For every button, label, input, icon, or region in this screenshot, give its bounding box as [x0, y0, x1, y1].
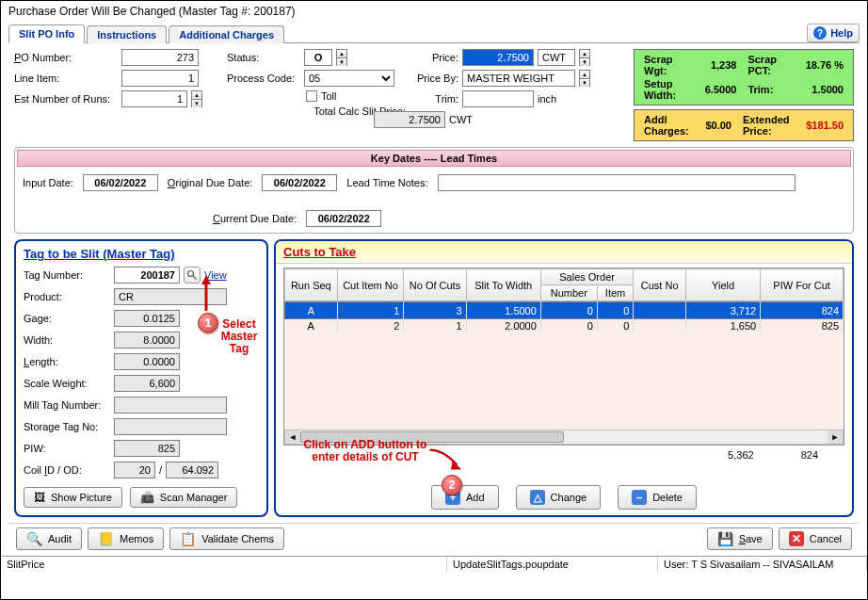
product-label: Product: — [24, 291, 110, 302]
col-salesorder[interactable]: Sales Order — [540, 269, 633, 285]
scroll-right-arrow[interactable]: ► — [828, 430, 843, 444]
tab-bar: Slit PO Info Instructions Additional Cha… — [8, 24, 860, 43]
price-by-spinner[interactable]: ▲▼ — [579, 70, 590, 87]
annotation-arrow-2 — [428, 446, 466, 476]
master-tag-title: Tag to be Slit (Master Tag) — [24, 247, 259, 261]
memos-label: Memos — [120, 533, 153, 544]
cuts-grid[interactable]: Run Seq Cut Item No No Of Cuts Slit To W… — [283, 268, 844, 446]
status-input[interactable] — [304, 49, 332, 66]
annotation-text-1: Select Master Tag — [216, 318, 263, 355]
change-button[interactable]: △Change — [516, 485, 602, 510]
cuts-panel: Cuts to Take Run Seq Cut Item No No Of C… — [274, 239, 854, 517]
col-cutitem[interactable]: Cut Item No — [337, 269, 404, 301]
status-left: SlitPrice — [1, 557, 447, 572]
length-value — [114, 353, 180, 370]
help-button[interactable]: ? Help — [807, 24, 860, 42]
save-button[interactable]: Save — [707, 527, 773, 550]
cell — [634, 319, 686, 333]
cell: 0 — [540, 302, 597, 319]
gage-value — [114, 310, 180, 327]
piw-label: PIW: — [24, 443, 110, 454]
price-unit-spinner[interactable]: ▲▼ — [579, 49, 590, 66]
line-item-input[interactable] — [121, 70, 199, 87]
col-piw[interactable]: PIW For Cut — [761, 269, 844, 301]
lead-notes-input[interactable] — [438, 174, 796, 191]
tab-instructions[interactable]: Instructions — [87, 25, 167, 43]
master-tag-panel: Tag to be Slit (Master Tag) Tag Number: … — [14, 239, 268, 517]
cell: 0 — [597, 302, 634, 319]
col-custno[interactable]: Cust No — [634, 269, 686, 301]
audit-icon — [26, 531, 42, 546]
save-label: Save — [739, 533, 763, 544]
cell: A — [285, 319, 338, 333]
tab-additional-charges[interactable]: Additional Charges — [169, 25, 284, 43]
addl-charges-value: $0.00 — [705, 120, 731, 131]
memos-button[interactable]: Memos — [88, 527, 164, 550]
est-runs-label: Est Number of Runs: — [14, 93, 118, 105]
col-noofcuts[interactable]: No Of Cuts — [404, 269, 466, 301]
audit-button[interactable]: Audit — [16, 527, 82, 550]
totals-yield: 5,362 — [728, 449, 754, 461]
picture-icon — [34, 491, 45, 504]
coil-id-value — [114, 462, 155, 478]
mill-tag-value — [114, 397, 227, 414]
est-runs-input[interactable] — [121, 90, 187, 107]
show-picture-button[interactable]: Show Picture — [24, 487, 122, 508]
delete-label: Delete — [652, 492, 683, 503]
price-label: Price: — [411, 52, 458, 63]
po-number-input[interactable] — [121, 49, 199, 66]
change-label: Change — [551, 492, 587, 503]
trim-input[interactable] — [462, 90, 534, 107]
storage-tag-label: Storage Tag No: — [24, 421, 110, 432]
lead-notes-label: Lead Time Notes: — [346, 177, 427, 188]
orig-due-date[interactable] — [262, 174, 337, 191]
col-slitwidth[interactable]: Slit To Width — [466, 269, 540, 301]
coil-sep: / — [159, 464, 162, 476]
process-code-label: Process Code: — [227, 73, 300, 84]
svg-point-0 — [188, 271, 194, 277]
width-value — [114, 332, 180, 349]
memo-icon — [98, 531, 114, 546]
svg-marker-3 — [201, 275, 211, 284]
est-runs-spinner[interactable]: ▲▼ — [191, 90, 202, 107]
change-icon: △ — [530, 490, 545, 505]
window-title: Purchase Order Will Be Changed (Master T… — [1, 1, 867, 22]
col-so-number[interactable]: Number — [540, 285, 597, 301]
show-picture-label: Show Picture — [51, 492, 112, 503]
cell: 0 — [540, 319, 597, 333]
col-runseq[interactable]: Run Seq — [285, 269, 338, 301]
tab-slit-po[interactable]: Slit PO Info — [8, 24, 85, 43]
table-row[interactable]: A 2 1 2.0000 0 0 1,650 825 — [285, 319, 844, 333]
scrap-pct-value: 18.76 % — [806, 59, 844, 71]
cuts-title: Cuts to Take — [283, 245, 356, 259]
cell: 1,650 — [685, 319, 760, 333]
price-unit-input[interactable] — [538, 49, 575, 66]
toll-checkbox[interactable] — [306, 90, 317, 102]
scan-icon — [140, 491, 154, 504]
cancel-button[interactable]: ✕Cancel — [779, 527, 852, 550]
po-number-label: PO Number: — [14, 52, 118, 63]
input-date[interactable] — [83, 174, 158, 191]
process-code-select[interactable]: 05 — [304, 70, 394, 87]
chem-icon — [180, 531, 196, 546]
price-input[interactable] — [462, 49, 534, 66]
table-row[interactable]: A 1 3 1.5000 0 0 3,712 824 — [285, 302, 844, 319]
orig-due-label: Original Due Date: — [168, 177, 253, 188]
col-yield[interactable]: Yield — [685, 269, 760, 301]
price-by-input[interactable] — [462, 70, 575, 87]
status-label: Status: — [227, 52, 300, 63]
cell: 824 — [761, 302, 844, 319]
totals-piw: 824 — [801, 449, 818, 461]
status-spinner[interactable]: ▲▼ — [336, 49, 347, 66]
gage-label: Gage: — [24, 313, 110, 324]
scan-manager-button[interactable]: Scan Manager — [130, 487, 238, 508]
delete-button[interactable]: –Delete — [618, 485, 697, 510]
col-so-item[interactable]: Item — [597, 285, 634, 301]
line-item-label: Line Item: — [14, 73, 118, 84]
svg-marker-4 — [451, 461, 461, 470]
coil-id-od-label: Coil ID / OD: — [24, 464, 110, 476]
curr-due-date[interactable] — [306, 210, 381, 227]
cell: 1 — [337, 302, 404, 319]
validate-chems-button[interactable]: Validate Chems — [169, 527, 284, 550]
save-icon — [717, 531, 733, 546]
